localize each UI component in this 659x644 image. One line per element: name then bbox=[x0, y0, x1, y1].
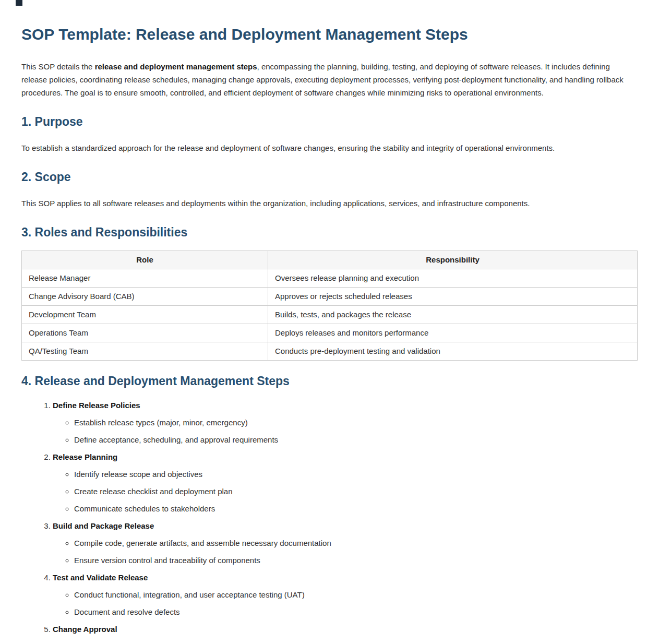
role-cell: Change Advisory Board (CAB) bbox=[22, 288, 268, 306]
section-heading-roles: 3. Roles and Responsibilities bbox=[21, 225, 638, 239]
role-cell: Development Team bbox=[22, 306, 268, 324]
section-heading-purpose: 1. Purpose bbox=[21, 115, 638, 128]
step-bullet: Identify release scope and objectives bbox=[74, 470, 638, 479]
table-row: Change Advisory Board (CAB)Approves or r… bbox=[22, 288, 638, 306]
step-bullet: Ensure version control and traceability … bbox=[74, 556, 638, 565]
step-bullet: Document and resolve defects bbox=[74, 607, 638, 617]
sop-document: SOP Template: Release and Deployment Man… bbox=[0, 26, 659, 634]
step-bullets: Establish release types (major, minor, e… bbox=[53, 418, 638, 445]
role-cell: Operations Team bbox=[22, 324, 268, 342]
intro-text-prefix: This SOP details the bbox=[21, 62, 95, 71]
step-title: Define Release Policies bbox=[53, 401, 140, 410]
step-bullets: Identify release scope and objectivesCre… bbox=[53, 470, 638, 514]
step-title: Release Planning bbox=[53, 452, 117, 461]
responsibility-cell: Approves or rejects scheduled releases bbox=[268, 288, 638, 306]
step-title: Build and Package Release bbox=[53, 521, 154, 530]
table-header-row: Role Responsibility bbox=[22, 251, 638, 269]
step-item: Test and Validate ReleaseConduct functio… bbox=[53, 573, 638, 617]
table-row: QA/Testing TeamConducts pre-deployment t… bbox=[22, 342, 638, 361]
responsibility-cell: Conducts pre-deployment testing and vali… bbox=[268, 342, 638, 361]
step-item: Build and Package ReleaseCompile code, g… bbox=[53, 521, 638, 565]
step-title: Change Approval bbox=[53, 625, 117, 634]
scope-text: This SOP applies to all software release… bbox=[21, 197, 638, 210]
step-bullet: Compile code, generate artifacts, and as… bbox=[74, 539, 638, 548]
responsibility-cell: Oversees release planning and execution bbox=[268, 269, 638, 288]
step-bullet: Establish release types (major, minor, e… bbox=[74, 418, 638, 427]
intro-paragraph: This SOP details the release and deploym… bbox=[21, 60, 638, 99]
step-title: Test and Validate Release bbox=[53, 573, 148, 582]
section-heading-steps: 4. Release and Deployment Management Ste… bbox=[21, 374, 638, 388]
step-item: Define Release PoliciesEstablish release… bbox=[53, 401, 638, 445]
step-item: Change Approval bbox=[53, 625, 638, 634]
column-header-responsibility: Responsibility bbox=[268, 251, 638, 269]
step-bullets: Conduct functional, integration, and use… bbox=[53, 590, 638, 617]
table-row: Development TeamBuilds, tests, and packa… bbox=[22, 306, 638, 324]
role-cell: QA/Testing Team bbox=[22, 342, 268, 361]
purpose-text: To establish a standardized approach for… bbox=[21, 141, 638, 154]
roles-table-body: Release ManagerOversees release planning… bbox=[22, 269, 638, 361]
step-bullet: Conduct functional, integration, and use… bbox=[74, 590, 638, 600]
table-row: Operations TeamDeploys releases and moni… bbox=[22, 324, 638, 342]
steps-list: Define Release PoliciesEstablish release… bbox=[21, 401, 638, 634]
step-bullet: Communicate schedules to stakeholders bbox=[74, 504, 638, 514]
step-bullet: Define acceptance, scheduling, and appro… bbox=[74, 435, 638, 445]
column-header-role: Role bbox=[22, 251, 268, 269]
step-bullet: Create release checklist and deployment … bbox=[74, 487, 638, 496]
role-cell: Release Manager bbox=[22, 269, 268, 288]
table-row: Release ManagerOversees release planning… bbox=[22, 269, 638, 288]
roles-table: Role Responsibility Release ManagerOvers… bbox=[21, 251, 638, 361]
responsibility-cell: Builds, tests, and packages the release bbox=[268, 306, 638, 324]
intro-bold-phrase: release and deployment management steps bbox=[95, 62, 257, 71]
section-heading-scope: 2. Scope bbox=[21, 170, 638, 184]
step-item: Release PlanningIdentify release scope a… bbox=[53, 452, 638, 514]
step-bullets: Compile code, generate artifacts, and as… bbox=[53, 539, 638, 565]
responsibility-cell: Deploys releases and monitors performanc… bbox=[268, 324, 638, 342]
top-left-mark bbox=[16, 0, 22, 6]
page-title: SOP Template: Release and Deployment Man… bbox=[21, 26, 638, 43]
